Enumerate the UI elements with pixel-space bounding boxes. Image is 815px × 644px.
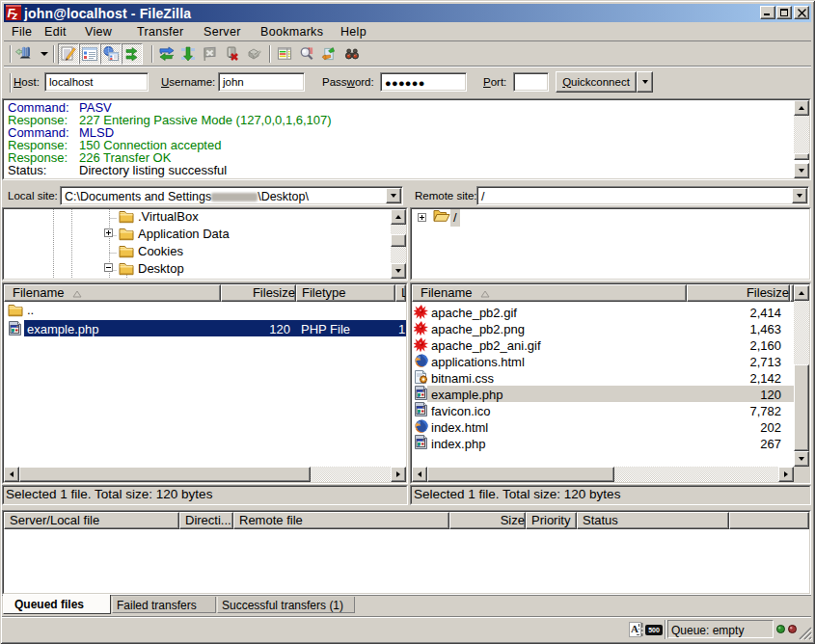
svg-text:z: z	[12, 10, 18, 21]
svg-text:A: A	[631, 623, 638, 634]
